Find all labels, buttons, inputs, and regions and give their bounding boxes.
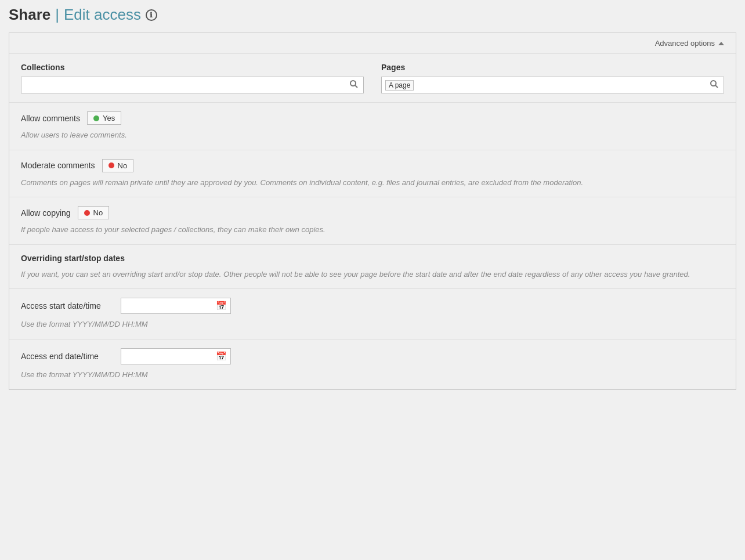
collections-search-button[interactable] xyxy=(348,80,360,91)
pages-search-input[interactable] xyxy=(416,81,706,89)
allow-comments-section: Allow comments Yes Allow users to leave … xyxy=(9,103,736,150)
svg-point-2 xyxy=(711,81,716,86)
allow-comments-dot xyxy=(93,115,99,121)
page-title: Share | Edit access ℹ xyxy=(9,6,736,24)
pages-search-button[interactable] xyxy=(708,80,720,91)
moderate-comments-label: Moderate comments xyxy=(21,161,95,170)
allow-comments-row: Allow comments Yes xyxy=(21,111,724,125)
collections-search-box xyxy=(21,77,364,93)
moderate-comments-dot xyxy=(109,162,114,168)
moderate-comments-row: Moderate comments No xyxy=(21,159,724,172)
allow-copying-dot xyxy=(84,210,90,216)
search-icon xyxy=(349,80,359,89)
allow-comments-toggle[interactable]: Yes xyxy=(87,111,121,125)
allow-comments-value: Yes xyxy=(103,114,115,122)
moderate-comments-toggle[interactable]: No xyxy=(102,159,134,172)
pages-section: Pages A page xyxy=(381,63,724,93)
main-panel: Advanced options Collections xyxy=(9,32,736,390)
access-end-label: Access end date/time xyxy=(21,352,114,361)
calendar-icon-end[interactable]: 📅 xyxy=(216,351,227,362)
access-start-input-wrapper: 📅 xyxy=(121,298,231,314)
moderate-comments-description: Comments on pages will remain private un… xyxy=(21,177,724,189)
collections-pages-row: Collections Pages A page xyxy=(9,54,736,103)
allow-copying-value: No xyxy=(93,208,103,217)
collections-section: Collections xyxy=(21,63,364,93)
advanced-options-label: Advanced options xyxy=(655,39,715,48)
title-separator: | xyxy=(55,6,59,24)
access-end-input-wrapper: 📅 xyxy=(121,348,231,364)
access-start-section: Access start date/time 📅 Use the format … xyxy=(9,289,736,339)
collections-label: Collections xyxy=(21,63,364,72)
edit-access-label: Edit access xyxy=(64,6,141,24)
pages-label: Pages xyxy=(381,63,724,72)
allow-copying-row: Allow copying No xyxy=(21,206,724,219)
access-start-input[interactable] xyxy=(125,302,216,310)
page-wrapper: Share | Edit access ℹ Advanced options C… xyxy=(0,0,745,560)
chevron-up-icon xyxy=(718,42,724,45)
allow-copying-description: If people have access to your selected p… xyxy=(21,224,724,236)
svg-point-0 xyxy=(350,81,356,86)
search-icon xyxy=(710,80,719,89)
moderate-comments-section: Moderate comments No Comments on pages w… xyxy=(9,150,736,198)
pages-search-box: A page xyxy=(381,77,724,93)
access-end-format-hint: Use the format YYYY/MM/DD HH:MM xyxy=(21,369,724,381)
allow-copying-toggle[interactable]: No xyxy=(78,206,110,219)
overriding-dates-section: Overriding start/stop dates If you want,… xyxy=(9,245,736,290)
info-icon[interactable]: ℹ xyxy=(146,9,157,21)
access-end-section: Access end date/time 📅 Use the format YY… xyxy=(9,339,736,390)
access-start-row: Access start date/time 📅 xyxy=(21,298,724,314)
access-end-input[interactable] xyxy=(125,352,216,360)
svg-line-3 xyxy=(715,85,718,88)
allow-comments-label: Allow comments xyxy=(21,114,80,123)
collections-search-input[interactable] xyxy=(25,81,348,89)
advanced-options-bar: Advanced options xyxy=(9,33,736,54)
access-start-label: Access start date/time xyxy=(21,301,114,310)
overriding-dates-title: Overriding start/stop dates xyxy=(21,254,724,263)
moderate-comments-value: No xyxy=(118,161,128,170)
allow-copying-section: Allow copying No If people have access t… xyxy=(9,197,736,245)
access-end-row: Access end date/time 📅 xyxy=(21,348,724,364)
calendar-icon[interactable]: 📅 xyxy=(216,301,227,311)
allow-comments-description: Allow users to leave comments. xyxy=(21,129,724,141)
advanced-options-button[interactable]: Advanced options xyxy=(655,39,724,48)
access-start-format-hint: Use the format YYYY/MM/DD HH:MM xyxy=(21,319,724,330)
overriding-dates-description: If you want, you can set an overriding s… xyxy=(21,269,724,280)
share-label: Share xyxy=(9,6,50,24)
svg-line-1 xyxy=(355,85,357,88)
page-tag: A page xyxy=(385,80,414,91)
allow-copying-label: Allow copying xyxy=(21,208,71,218)
